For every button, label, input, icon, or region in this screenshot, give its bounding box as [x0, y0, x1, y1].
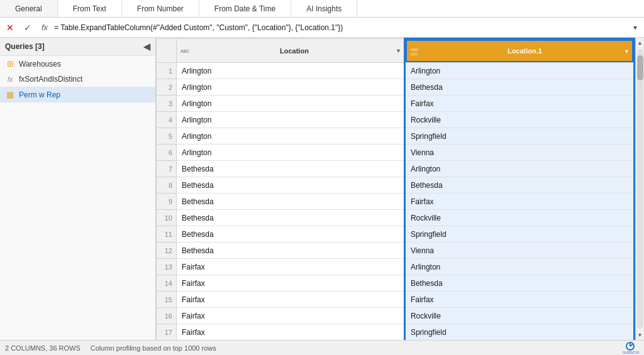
- table-row: 14FairfaxBethesda: [157, 275, 635, 292]
- status-bar: 2 COLUMNS, 36 ROWS Column profiling base…: [0, 340, 644, 355]
- right-scrollbar[interactable]: ▲ ▼: [635, 38, 644, 340]
- main-area: Queries [3] ◀ ⊞ Warehouses fx fxSortAndI…: [0, 38, 644, 340]
- col-location-name: Location: [194, 47, 394, 55]
- formula-chevron-icon[interactable]: ▾: [629, 20, 641, 35]
- row-num-header: [157, 39, 177, 63]
- row-number: 14: [157, 275, 177, 292]
- ribbon-tabs: General From Text From Number From Date …: [0, 0, 644, 18]
- cell-location: Bethesda: [177, 226, 405, 243]
- cell-location1: Bethesda: [404, 275, 634, 292]
- cell-location: Bethesda: [177, 177, 405, 194]
- table-icon: ⊞: [5, 59, 15, 68]
- table-row: 17FairfaxSpringfield: [157, 324, 635, 341]
- table-body: 1ArlingtonArlington2ArlingtonBethesda3Ar…: [157, 63, 635, 341]
- table-row: 7BethesdaArlington: [157, 161, 635, 177]
- row-number: 13: [157, 259, 177, 275]
- table-row: 13FairfaxArlington: [157, 259, 635, 275]
- col-type-abc-icon: ABC: [180, 46, 192, 55]
- col-location1-dropdown-icon[interactable]: ▾: [625, 48, 628, 55]
- cell-location1: Bethesda: [404, 79, 634, 96]
- row-number: 4: [157, 112, 177, 128]
- row-number: 10: [157, 210, 177, 226]
- sidebar: Queries [3] ◀ ⊞ Warehouses fx fxSortAndI…: [0, 38, 156, 340]
- scrollbar-up-arrow[interactable]: ▲: [636, 38, 645, 48]
- cell-location: Arlington: [177, 63, 405, 79]
- table-row: 11BethesdaSpringfield: [157, 226, 635, 243]
- scrollbar-down-arrow[interactable]: ▼: [636, 330, 645, 340]
- col-location-dropdown-icon[interactable]: ▾: [397, 47, 400, 54]
- tab-general[interactable]: General: [0, 0, 58, 17]
- cancel-button[interactable]: ✕: [3, 20, 18, 35]
- tab-ai-insights[interactable]: AI Insights: [291, 0, 357, 17]
- formula-input[interactable]: [54, 23, 626, 32]
- grid-container: ABC Location ▾ ABC: [156, 38, 644, 340]
- cell-location: Fairfax: [177, 324, 405, 341]
- subscribe-icon: SUBSCRIBE: [621, 341, 639, 356]
- cell-location: Fairfax: [177, 308, 405, 324]
- cell-location: Bethesda: [177, 243, 405, 259]
- sidebar-item-perm-w-rep[interactable]: ▦ Perm w Rep: [0, 87, 155, 102]
- svg-text:SUBSCRIBE: SUBSCRIBE: [623, 351, 639, 354]
- cell-location: Fairfax: [177, 292, 405, 308]
- table-row: 5ArlingtonSpringfield: [157, 128, 635, 145]
- content-area: ABC Location ▾ ABC: [156, 38, 644, 340]
- row-number: 3: [157, 96, 177, 112]
- scrollbar-track[interactable]: [637, 49, 643, 329]
- cell-location1: Bethesda: [404, 177, 634, 194]
- fx-label: fx: [38, 23, 52, 32]
- tab-from-text[interactable]: From Text: [58, 0, 122, 17]
- queries-count-label: Queries [3]: [5, 42, 45, 51]
- cell-location: Arlington: [177, 112, 405, 128]
- sidebar-item-fx-label: fxSortAndIsDistinct: [19, 75, 82, 84]
- cell-location: Fairfax: [177, 259, 405, 275]
- svg-text:ABC: ABC: [180, 49, 189, 53]
- table-row: 2ArlingtonBethesda: [157, 79, 635, 96]
- cell-location: Arlington: [177, 96, 405, 112]
- col-type-abc123-icon: ABC 123: [411, 46, 425, 56]
- table-row: 8BethesdaBethesda: [157, 177, 635, 194]
- cell-location1: Fairfax: [404, 292, 634, 308]
- sidebar-item-fxsortandisdistinct[interactable]: fx fxSortAndIsDistinct: [0, 72, 155, 87]
- svg-text:123: 123: [411, 52, 418, 56]
- row-number: 16: [157, 308, 177, 324]
- col-header-location1[interactable]: ABC 123 Location.1 ▾: [404, 39, 634, 63]
- sidebar-collapse-button[interactable]: ◀: [143, 41, 150, 52]
- columns-rows-label: 2 COLUMNS, 36 ROWS: [5, 344, 80, 352]
- table-row: 4ArlingtonRockville: [157, 112, 635, 128]
- cell-location1: Rockville: [404, 210, 634, 226]
- cell-location1: Arlington: [404, 259, 634, 275]
- table-row: 3ArlingtonFairfax: [157, 96, 635, 112]
- cell-location: Arlington: [177, 145, 405, 161]
- profiling-label: Column profiling based on top 1000 rows: [91, 344, 216, 352]
- row-number: 6: [157, 145, 177, 161]
- scrollbar-thumb[interactable]: [637, 55, 643, 80]
- sidebar-header: Queries [3] ◀: [0, 38, 155, 56]
- grid-scroll[interactable]: ABC Location ▾ ABC: [156, 38, 635, 340]
- cell-location1: Vienna: [404, 243, 634, 259]
- cell-location: Fairfax: [177, 275, 405, 292]
- row-number: 15: [157, 292, 177, 308]
- cell-location1: Rockville: [404, 308, 634, 324]
- cell-location: Bethesda: [177, 161, 405, 177]
- fx-icon: fx: [5, 75, 15, 83]
- tab-from-date-time[interactable]: From Date & Time: [199, 0, 291, 17]
- cell-location1: Arlington: [404, 161, 634, 177]
- cell-location1: Springfield: [404, 128, 634, 145]
- cell-location: Bethesda: [177, 210, 405, 226]
- cell-location1: Springfield: [404, 226, 634, 243]
- sidebar-item-warehouses[interactable]: ⊞ Warehouses: [0, 56, 155, 72]
- table-row: 15FairfaxFairfax: [157, 292, 635, 308]
- cell-location1: Springfield: [404, 324, 634, 341]
- row-number: 7: [157, 161, 177, 177]
- row-number: 17: [157, 324, 177, 341]
- col-header-location[interactable]: ABC Location ▾: [177, 39, 405, 63]
- confirm-button[interactable]: ✓: [20, 20, 35, 35]
- cell-location1: Rockville: [404, 112, 634, 128]
- grid-header-row: ABC Location ▾ ABC: [157, 39, 635, 63]
- table-row: 10BethesdaRockville: [157, 210, 635, 226]
- table-row: 9BethesdaFairfax: [157, 194, 635, 210]
- tab-from-number[interactable]: From Number: [122, 0, 199, 17]
- table-row: 1ArlingtonArlington: [157, 63, 635, 79]
- cell-location1: Arlington: [404, 63, 634, 79]
- row-number: 1: [157, 63, 177, 79]
